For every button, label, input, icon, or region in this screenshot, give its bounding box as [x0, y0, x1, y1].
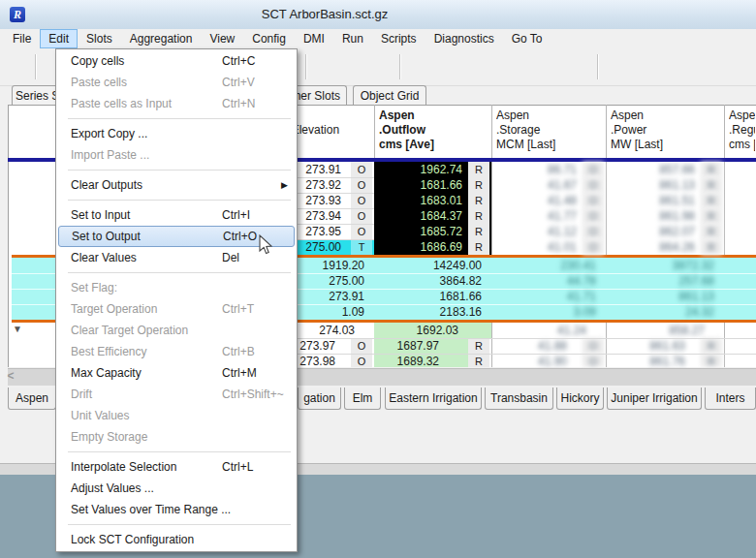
- cell-stor[interactable]: 3.09: [491, 304, 598, 320]
- cell-pow[interactable]: 861.98: [606, 208, 697, 224]
- flag-cell: O: [351, 224, 372, 239]
- cell-stor[interactable]: 41.01: [491, 239, 579, 255]
- menu-separator: [56, 448, 297, 456]
- cell-out[interactable]: 1683.01: [374, 193, 464, 208]
- cell-pow[interactable]: 864.26: [606, 239, 697, 255]
- menubar-item-dmi[interactable]: DMI: [295, 29, 333, 48]
- flag-cell: O: [583, 193, 604, 208]
- menu-item-set-flag-: Set Flag:: [56, 277, 297, 298]
- cell-pow[interactable]: 857.66: [606, 162, 697, 177]
- object-tab-aspen[interactable]: Aspen: [8, 388, 56, 410]
- cell-pow[interactable]: 862.07: [606, 224, 697, 239]
- cell-pow[interactable]: 3872.32: [606, 258, 716, 273]
- menu-item-copy-cells[interactable]: Copy cellsCtrl+C: [56, 50, 297, 72]
- menubar-item-view[interactable]: View: [201, 29, 243, 48]
- object-tab-inters[interactable]: Inters: [705, 388, 756, 410]
- menu-item-set-values-over-time-range-[interactable]: Set Values over Time Range ...: [56, 499, 297, 520]
- row-divider: [257, 338, 756, 339]
- flag-cell: O: [583, 162, 604, 177]
- cell-out[interactable]: 2183.16: [374, 304, 484, 320]
- submenu-arrow-icon: ▶: [281, 174, 288, 196]
- cell-out[interactable]: 3864.82: [374, 273, 484, 289]
- cell-pow[interactable]: 861.51: [606, 193, 697, 208]
- menubar-item-file[interactable]: File: [4, 29, 40, 48]
- title-bar: R SCT ArborBasin.sct.gz: [0, 0, 756, 30]
- flag-cell: R: [468, 354, 489, 367]
- cell-out[interactable]: 1692.03: [374, 323, 484, 338]
- scroll-left-icon[interactable]: <: [3, 369, 18, 384]
- flag-cell: R: [701, 354, 722, 367]
- menubar-item-config[interactable]: Config: [243, 29, 295, 48]
- menu-item-export-copy-[interactable]: Export Copy ...: [56, 123, 297, 144]
- menu-item-lock-sct-configuration[interactable]: Lock SCT Configuration: [56, 529, 297, 550]
- menu-item-drift: DriftCtrl+Shift+~: [56, 384, 297, 405]
- cell-stor[interactable]: 41.90: [491, 354, 579, 367]
- cell-pow[interactable]: 861.13: [606, 289, 716, 304]
- menubar-item-scripts[interactable]: Scripts: [372, 29, 425, 48]
- cell-stor[interactable]: 41.67: [491, 177, 579, 193]
- menu-bar: FileEditSlotsAggregationViewConfigDMIRun…: [0, 29, 756, 48]
- row-menu-dropdown-icon[interactable]: ▼: [8, 322, 27, 336]
- tab-object-grid[interactable]: Object Grid: [353, 85, 426, 105]
- mouse-cursor: [258, 234, 273, 256]
- cell-pow[interactable]: 861.63: [606, 338, 697, 354]
- menu-item-unit-values: Unit Values: [56, 405, 297, 426]
- menu-item-interpolate-selection[interactable]: Interpolate SelectionCtrl+L: [56, 456, 297, 478]
- cell-pow[interactable]: 257.68: [606, 273, 716, 289]
- object-tab-gation[interactable]: gation: [298, 388, 341, 410]
- menubar-item-run[interactable]: Run: [333, 29, 372, 48]
- cell-pow[interactable]: 861.13: [606, 177, 697, 193]
- cell-out[interactable]: 1681.66: [374, 289, 484, 304]
- flag-cell: R: [701, 177, 722, 193]
- column-header-reg: Aspen.Regucms [A: [729, 108, 755, 152]
- cell-out[interactable]: 1681.66: [374, 177, 464, 193]
- cell-out[interactable]: 1687.97: [374, 338, 464, 354]
- object-tab-hickory[interactable]: Hickory: [556, 388, 604, 410]
- cell-out[interactable]: 14249.00: [374, 258, 484, 273]
- object-tab-juniper-irrigation[interactable]: Juniper Irrigation: [607, 388, 702, 410]
- cell-pow[interactable]: 858.27: [606, 323, 716, 338]
- toolbar-separator: [399, 54, 401, 79]
- flag-cell: O: [351, 177, 372, 193]
- menu-item-set-to-input[interactable]: Set to InputCtrl+I: [56, 204, 297, 226]
- row-divider: [257, 354, 756, 355]
- object-tab-transbasin[interactable]: Transbasin: [485, 388, 553, 410]
- flag-cell: O: [583, 208, 604, 224]
- cell-stor[interactable]: 41.48: [491, 193, 579, 208]
- cell-stor[interactable]: 86.71: [491, 162, 579, 177]
- menubar-item-aggregation[interactable]: Aggregation: [121, 29, 202, 48]
- menu-separator: [56, 166, 297, 174]
- object-tab-eastern-irrigation[interactable]: Eastern Irrigation: [385, 388, 482, 410]
- cell-pow[interactable]: 861.76: [606, 354, 697, 367]
- cell-out[interactable]: 1689.32: [374, 354, 464, 367]
- menubar-item-go-to[interactable]: Go To: [503, 29, 551, 48]
- cell-out[interactable]: 1962.74: [374, 162, 464, 177]
- menubar-item-edit[interactable]: Edit: [40, 29, 78, 48]
- flag-cell: O: [351, 208, 372, 224]
- menu-separator: [56, 196, 297, 204]
- cell-stor[interactable]: 41.12: [491, 224, 579, 239]
- menu-separator: [56, 114, 297, 123]
- edit-menu-popup: Copy cellsCtrl+CPaste cellsCtrl+VPaste c…: [55, 48, 298, 552]
- column-header-out: Aspen.Outflowcms [Ave]: [379, 108, 488, 152]
- cell-pow[interactable]: 24.32: [606, 304, 716, 320]
- flag-cell: R: [468, 177, 489, 193]
- cell-stor[interactable]: 230.41: [491, 258, 598, 273]
- flag-cell: R: [468, 208, 489, 224]
- cell-stor[interactable]: 41.77: [491, 208, 579, 224]
- menubar-item-slots[interactable]: Slots: [78, 29, 121, 48]
- cell-stor[interactable]: 41.88: [491, 338, 579, 354]
- cell-out[interactable]: 1686.69: [374, 239, 464, 255]
- cell-stor[interactable]: 44.78: [491, 273, 598, 289]
- menu-item-max-capacity[interactable]: Max CapacityCtrl+M: [56, 362, 297, 384]
- object-tab-elm[interactable]: Elm: [344, 388, 381, 410]
- cell-stor[interactable]: 41.71: [491, 289, 598, 304]
- toolbar-separator: [35, 54, 37, 79]
- menubar-item-diagnostics[interactable]: Diagnostics: [425, 29, 503, 48]
- cell-out[interactable]: 1684.37: [374, 208, 464, 224]
- cell-stor[interactable]: 41.24: [491, 323, 598, 338]
- menu-item-clear-outputs[interactable]: Clear Outputs▶: [56, 174, 297, 196]
- cell-out[interactable]: 1685.72: [374, 224, 464, 239]
- menu-item-best-efficiency: Best EfficiencyCtrl+B: [56, 341, 297, 362]
- menu-item-adjust-values-[interactable]: Adjust Values ...: [56, 478, 297, 499]
